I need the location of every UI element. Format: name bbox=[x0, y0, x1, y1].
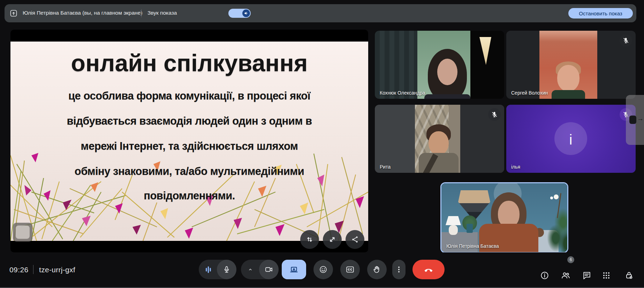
fullscreen-button[interactable] bbox=[323, 230, 342, 249]
speaker-icon bbox=[242, 9, 250, 17]
people-panel-button[interactable] bbox=[561, 271, 570, 280]
cabinet bbox=[441, 232, 478, 252]
face bbox=[437, 59, 457, 85]
curtain bbox=[375, 31, 417, 99]
plant-large bbox=[546, 201, 568, 253]
present-screen-icon bbox=[289, 265, 298, 274]
shoulders bbox=[424, 94, 470, 99]
swap-tiles-button[interactable] bbox=[300, 230, 319, 249]
camera-icon bbox=[265, 265, 273, 274]
reactions-button[interactable] bbox=[313, 260, 333, 279]
end-call-icon bbox=[424, 265, 433, 274]
share-icon bbox=[351, 235, 359, 244]
webcam-video bbox=[441, 183, 567, 252]
clock: 09:26 bbox=[9, 266, 29, 274]
mic-icon bbox=[222, 265, 231, 274]
camera-button[interactable] bbox=[259, 260, 279, 279]
chat-panel-button[interactable] bbox=[582, 271, 592, 280]
chat-icon bbox=[582, 271, 592, 280]
avatar-letter: i bbox=[554, 132, 587, 148]
face bbox=[557, 65, 579, 91]
emoji-icon bbox=[319, 265, 328, 274]
floor-lamp-bulb bbox=[554, 194, 559, 199]
participant-name: ілья bbox=[511, 164, 520, 170]
hand-raise-icon bbox=[372, 265, 381, 274]
vase bbox=[467, 224, 473, 233]
slide-body-line: мережі Інтернет, та здійснюється шляхом bbox=[10, 140, 368, 153]
presentation-sound-label: Звук показа bbox=[147, 10, 177, 16]
webcam-video bbox=[506, 31, 636, 99]
mic-off-icon bbox=[620, 34, 632, 47]
slide-body-line: повідомленнями. bbox=[10, 190, 368, 202]
meeting-details-button[interactable] bbox=[540, 271, 550, 280]
bottombar-divider bbox=[33, 265, 33, 274]
participant-name: Сергей Волохин bbox=[511, 90, 548, 96]
fullscreen-icon bbox=[328, 235, 337, 244]
captions-icon bbox=[346, 265, 355, 274]
shirt bbox=[552, 90, 585, 99]
pip-placeholder bbox=[13, 223, 32, 242]
webcam-video bbox=[375, 31, 504, 99]
info-icon bbox=[540, 271, 550, 280]
slide-body-line: відбувається взаємодія людей один з одни… bbox=[10, 115, 368, 127]
host-controls-lock-icon bbox=[624, 271, 634, 280]
arrow-right-icon: → bbox=[637, 115, 644, 123]
share-button[interactable] bbox=[346, 230, 364, 249]
participant-name: Кохнюк Олександра bbox=[380, 90, 425, 96]
presenting-icon bbox=[9, 9, 18, 17]
people-icon bbox=[561, 271, 570, 280]
white-dot bbox=[550, 197, 553, 199]
audio-activity-icon bbox=[199, 260, 218, 279]
camera-control[interactable] bbox=[241, 260, 279, 279]
handle-square bbox=[629, 116, 636, 124]
presenter-name-label: Юлія Петрівна Батаєва (вы, на главном эк… bbox=[23, 10, 142, 16]
participant-name: Юлія Петрівна Батаєва bbox=[446, 243, 499, 249]
presented-screen: онлайн спілкування це особлива форма ком… bbox=[10, 30, 368, 252]
face bbox=[429, 131, 449, 155]
captions-button[interactable] bbox=[340, 260, 360, 279]
apps-grid-icon bbox=[601, 271, 611, 280]
more-options-button[interactable] bbox=[392, 260, 406, 279]
end-call-button[interactable] bbox=[412, 260, 445, 279]
side-panel-handle[interactable]: → bbox=[626, 95, 644, 145]
chevron-up-icon[interactable] bbox=[241, 260, 260, 279]
avatar-background: i bbox=[506, 105, 636, 173]
slide-title: онлайн спілкування bbox=[10, 49, 368, 76]
present-screen-button-active[interactable] bbox=[282, 260, 306, 279]
participant-count-badge: 6 bbox=[567, 256, 574, 263]
host-controls-button[interactable] bbox=[624, 271, 634, 280]
swap-vertical-icon bbox=[305, 235, 314, 244]
video-tile[interactable]: Сергей Волохин bbox=[506, 31, 636, 99]
presentation-sound-toggle[interactable] bbox=[228, 9, 251, 18]
video-tile[interactable]: Рита bbox=[375, 105, 504, 173]
slide-body-line: обміну знаковими, та/або мультимедійними bbox=[10, 165, 368, 178]
mic-off-icon bbox=[488, 108, 501, 121]
meeting-code: tze-urrj-gxf bbox=[39, 266, 75, 274]
stop-presenting-button[interactable]: Остановить показ bbox=[568, 8, 633, 19]
topbar-divider bbox=[141, 9, 142, 17]
mic-button[interactable] bbox=[217, 260, 236, 279]
self-video-tile[interactable]: Юлія Петрівна Батаєва bbox=[440, 182, 568, 253]
video-tile[interactable]: Кохнюк Олександра bbox=[375, 31, 504, 99]
meeting-control-bar: 09:26 tze-urrj-gxf bbox=[0, 252, 644, 288]
participant-name: Рита bbox=[380, 164, 391, 170]
table-lamp-base bbox=[449, 225, 458, 235]
slide-content: онлайн спілкування це особлива форма ком… bbox=[10, 42, 368, 241]
google-meet-window: Юлія Петрівна Батаєва (вы, на главном эк… bbox=[0, 0, 644, 288]
mic-control[interactable] bbox=[199, 260, 236, 279]
webcam-video bbox=[375, 105, 504, 173]
slide-body-line: це особлива форма комунікації, в процесі… bbox=[10, 90, 368, 102]
more-vert-icon bbox=[395, 265, 403, 274]
raise-hand-button[interactable] bbox=[367, 260, 387, 279]
video-tile[interactable]: i ілья bbox=[506, 105, 636, 173]
activities-button[interactable] bbox=[601, 271, 611, 280]
presentation-banner: Юлія Петрівна Батаєва (вы, на главном эк… bbox=[5, 4, 636, 22]
